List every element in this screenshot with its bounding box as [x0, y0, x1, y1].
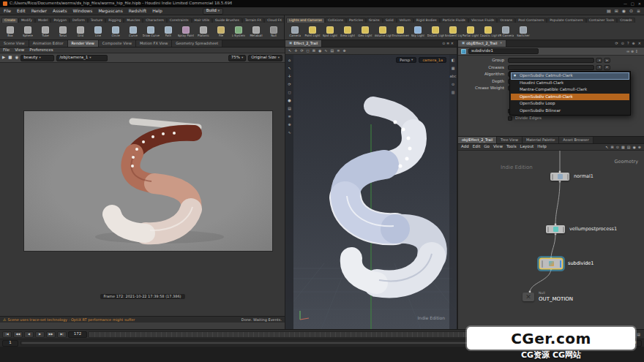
group-dropdown-button[interactable]: [596, 58, 602, 63]
shelf-tab[interactable]: Rigging: [105, 18, 124, 23]
shelf-tool[interactable]: Curve: [124, 23, 142, 40]
shelf-tool[interactable]: Caustic Light: [479, 23, 497, 40]
viewport-toolbar-icon[interactable]: ▤: [331, 49, 334, 53]
size-mode-selector[interactable]: Original Size: [248, 55, 282, 61]
shelf-tool[interactable]: Camera: [286, 23, 304, 40]
shelf-tab[interactable]: Grains: [366, 18, 383, 23]
pane-tab-scene-view[interactable]: ▣ Effect_2_Trail: [285, 40, 322, 47]
view-selector[interactable]: Persp: [396, 57, 416, 63]
algorithm-menu-item[interactable]: OpenSubdiv Loop: [511, 100, 629, 108]
viewport-toolbar-icon[interactable]: ◻: [307, 49, 310, 53]
shelf-tab[interactable]: Particle Fluids: [440, 18, 468, 23]
menubar-item[interactable]: Assets: [53, 9, 67, 13]
shelf-tool[interactable]: Sphere: [19, 23, 37, 40]
pane-tab[interactable]: Motion FX View: [136, 40, 172, 47]
transport-button[interactable]: ◀◀: [13, 331, 23, 338]
shelf-tool[interactable]: Volume Light: [374, 23, 392, 40]
shelf-tab[interactable]: Constraints: [167, 18, 192, 23]
transport-button[interactable]: |◀: [2, 331, 12, 338]
network-toolbar-icon[interactable]: ◉: [632, 146, 635, 149]
shelf-tool[interactable]: Geo Light: [356, 23, 374, 40]
network-toolbar-icon[interactable]: ⊕: [638, 146, 641, 149]
shelf-tool[interactable]: Spot Light: [321, 23, 339, 40]
menubar-icon[interactable]: ▤: [607, 9, 611, 13]
network-menu-item[interactable]: Go: [484, 145, 490, 149]
render-toolbar-icon[interactable]: ◉: [15, 56, 18, 60]
shelf-tab[interactable]: Populate Containers: [547, 18, 585, 23]
viewport-tool-icon[interactable]: ↖: [288, 67, 291, 70]
menubar-item[interactable]: Edit: [17, 9, 26, 13]
viewport-toolbar-icon[interactable]: ⊕: [342, 49, 345, 53]
menubar-icon[interactable]: ⊞: [615, 9, 618, 13]
viewport-display-icon[interactable]: ⊙: [452, 83, 454, 86]
shelf-tab[interactable]: Cloud FX: [264, 18, 284, 23]
maximize-button[interactable]: □: [631, 2, 634, 6]
shelf-tab[interactable]: Deform: [70, 18, 88, 23]
pane-tab-parameters[interactable]: ▣ obj/Effect_2_Trail: [458, 40, 506, 47]
viewport-display-icon[interactable]: ▦: [452, 67, 455, 70]
viewport-tool-icon[interactable]: ●: [288, 99, 291, 102]
algorithm-menu-item[interactable]: Mantra-Compatible Catmull-Clark: [511, 86, 629, 94]
viewport-tool-icon[interactable]: ⟳: [288, 83, 291, 86]
pane-tab[interactable]: Geometry Spreadsheet: [172, 40, 222, 47]
shelf-tool[interactable]: Null: [265, 23, 282, 40]
parameter-pane-icon[interactable]: ⊕: [632, 42, 635, 45]
pane-tab-controls[interactable]: ⊙ ≡ ✕: [439, 40, 457, 47]
network-toolbar-icon[interactable]: ▤: [627, 146, 631, 149]
desktop-selector[interactable]: Build: [203, 8, 223, 15]
shelf-tool[interactable]: Circle: [107, 23, 124, 40]
shelf-tab[interactable]: Collisions: [325, 18, 346, 23]
network-toolbar-icon[interactable]: ▦: [621, 146, 625, 149]
shelf-tool[interactable]: Draw Curve: [142, 23, 160, 40]
parameter-pane-icon[interactable]: ⟳: [615, 42, 618, 45]
node-out-motion[interactable]: [523, 293, 534, 301]
shelf-tool[interactable]: Ambient Light: [444, 23, 462, 40]
current-frame-field[interactable]: 172: [68, 331, 87, 338]
network-toolbar-icon[interactable]: ⊙: [616, 146, 619, 149]
shelf-tool[interactable]: Distant Light: [427, 23, 444, 40]
viewport-tool-icon[interactable]: ≡: [288, 115, 291, 118]
shelf-tool[interactable]: Sky Light: [409, 23, 427, 40]
render-view-menu[interactable]: File: [3, 48, 10, 53]
shelf-tool[interactable]: Box: [1, 23, 19, 40]
parameter-pane-icon[interactable]: ?: [627, 42, 629, 45]
group-input[interactable]: [508, 58, 594, 63]
shelf-tool[interactable]: Area Light: [339, 23, 356, 40]
shelf-tool[interactable]: Tube: [37, 23, 54, 40]
render-view-menu[interactable]: View: [15, 48, 24, 53]
network-toolbar-icon[interactable]: ⊞: [611, 146, 614, 149]
viewport-tool-icon[interactable]: ⊕: [288, 123, 291, 127]
pane-tab[interactable]: Composite View: [99, 40, 136, 47]
shelf-tab[interactable]: Muscles: [124, 18, 143, 23]
algorithm-menu-item[interactable]: OpenSubdiv Catmull-Clark: [511, 94, 629, 101]
network-menu-item[interactable]: Edit: [473, 145, 481, 149]
shelf-tab[interactable]: Rigid Bodies: [413, 18, 440, 23]
viewport-toolbar-icon[interactable]: ∿: [324, 49, 327, 53]
viewport-tool-icon[interactable]: ◻: [288, 91, 291, 94]
network-menu-item[interactable]: Add: [461, 145, 469, 149]
menubar-item[interactable]: Redshift: [129, 9, 146, 13]
shelf-tool[interactable]: Torus: [54, 23, 72, 40]
range-start-field[interactable]: 1: [2, 340, 18, 347]
algorithm-menu-item[interactable]: Houdini Catmull-Clark: [511, 80, 629, 87]
shelf-tab[interactable]: Characters: [143, 18, 167, 23]
shelf-tab[interactable]: Oceans: [497, 18, 515, 23]
shelf-tab[interactable]: Container Tools: [586, 18, 618, 23]
shelf-tab[interactable]: Texture: [88, 18, 105, 23]
shelf-tab[interactable]: Modify: [18, 18, 35, 23]
render-camera-selector[interactable]: /obj/camera_1: [56, 55, 108, 61]
network-menu-item[interactable]: View: [493, 145, 503, 149]
lookthrough-camera-badge[interactable]: camera_1a: [419, 57, 446, 63]
shelf-tool[interactable]: Metaball: [247, 23, 265, 40]
shelf-tool[interactable]: Point Light: [304, 23, 321, 40]
shelf-tab[interactable]: Viscous Fluids: [468, 18, 498, 23]
viewport-toolbar-icon[interactable]: ◉: [318, 49, 321, 53]
shelf-tool[interactable]: Platonic: [195, 23, 212, 40]
menubar-item[interactable]: File: [4, 9, 11, 13]
creases-select-arrow-button[interactable]: ➤: [604, 65, 610, 70]
shelf-tab[interactable]: Terrain FX: [242, 18, 264, 23]
viewport-tool-icon[interactable]: ⌂: [288, 59, 291, 62]
viewport-toolbar-icon[interactable]: ≡: [337, 49, 340, 53]
render-view-menu[interactable]: Preferences: [29, 48, 53, 53]
close-button[interactable]: ✕: [638, 2, 641, 6]
